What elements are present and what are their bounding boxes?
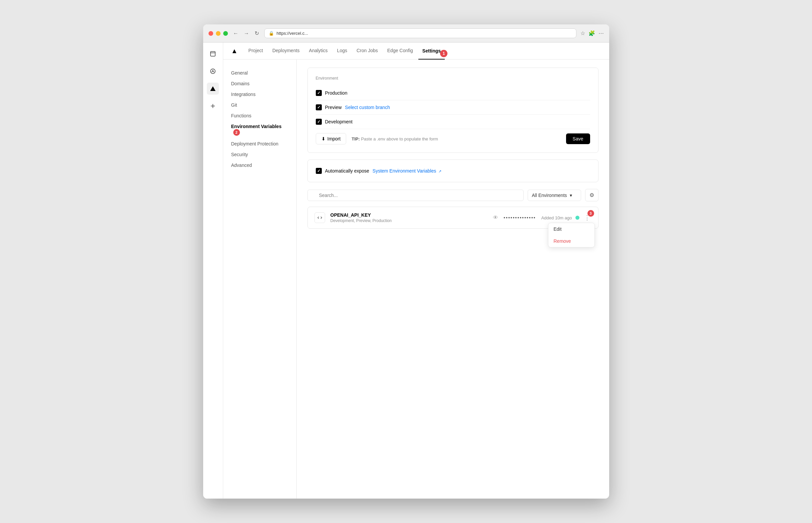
refresh-button[interactable]: ↻ bbox=[253, 29, 260, 38]
added-time: Added 10m ago bbox=[541, 215, 572, 220]
close-button[interactable] bbox=[208, 31, 213, 36]
sidebar-icon-github[interactable] bbox=[207, 65, 219, 77]
three-dots-badge: 3 bbox=[587, 210, 594, 217]
sidebar-icon-vercel[interactable] bbox=[207, 83, 219, 95]
sidenav-deployment-protection[interactable]: Deployment Protection bbox=[223, 139, 296, 149]
sidenav-env-vars[interactable]: Environment Variables 2 bbox=[223, 121, 296, 139]
variable-info: OPENAI_API_KEY Development, Preview, Pro… bbox=[331, 212, 488, 223]
import-bar: ⬇ Import TIP: Paste a .env above to popu… bbox=[316, 129, 590, 144]
svg-rect-0 bbox=[210, 52, 215, 56]
system-env-vars-link[interactable]: System Environment Variables ↗ bbox=[373, 168, 441, 174]
extension-icon[interactable]: 🧩 bbox=[588, 30, 595, 36]
project-logo: ▲ bbox=[231, 47, 238, 55]
tip-text: TIP: Paste a .env above to populate the … bbox=[352, 137, 438, 142]
maximize-button[interactable] bbox=[223, 31, 228, 36]
production-label: Production bbox=[325, 90, 347, 96]
sidenav-domains[interactable]: Domains bbox=[223, 78, 296, 89]
dropdown-remove[interactable]: Remove bbox=[548, 235, 594, 247]
preview-label: Preview bbox=[325, 105, 342, 110]
url-text: https://vercel.c... bbox=[277, 31, 308, 36]
app-body: ▲ Project Deployments Analytics Logs Cro… bbox=[203, 42, 609, 499]
variable-value: •••••••••••••• bbox=[504, 215, 536, 220]
env-option-development: Development bbox=[316, 115, 590, 129]
sidebar-icon-pages[interactable] bbox=[207, 48, 219, 60]
variable-row: OPENAI_API_KEY Development, Preview, Pro… bbox=[307, 207, 599, 229]
sidenav-git[interactable]: Git bbox=[223, 100, 296, 110]
development-checkbox[interactable] bbox=[316, 119, 322, 125]
sidenav-advanced[interactable]: Advanced bbox=[223, 160, 296, 170]
filter-icon-button[interactable]: ⚙ bbox=[585, 189, 599, 201]
tab-analytics[interactable]: Analytics bbox=[305, 42, 332, 59]
browser-toolbar: ☆ 🧩 ⋯ bbox=[581, 30, 604, 36]
search-filter-row: 🔍 All Environments ▾ ⚙ bbox=[307, 189, 599, 201]
tab-deployments[interactable]: Deployments bbox=[268, 42, 304, 59]
page-content: Environment Production Preview Select cu… bbox=[297, 59, 609, 499]
minimize-button[interactable] bbox=[216, 31, 221, 36]
production-checkbox[interactable] bbox=[316, 90, 322, 96]
tab-edgeconfig[interactable]: Edge Config bbox=[383, 42, 417, 59]
tab-settings-wrapper: Settings 1 bbox=[418, 48, 445, 54]
select-custom-branch-link[interactable]: Select custom branch bbox=[345, 105, 390, 110]
environment-card: Environment Production Preview Select cu… bbox=[307, 68, 599, 153]
code-icon bbox=[315, 212, 325, 223]
sidenav-integrations[interactable]: Integrations bbox=[223, 89, 296, 100]
top-nav: ▲ Project Deployments Analytics Logs Cro… bbox=[223, 42, 609, 59]
traffic-lights bbox=[208, 31, 228, 36]
address-bar[interactable]: 🔒 https://vercel.c... bbox=[264, 29, 577, 38]
variable-meta: Added 10m ago ⋮ 3 Edit Remove 4 bbox=[541, 213, 591, 223]
more-icon[interactable]: ⋯ bbox=[599, 30, 604, 36]
content-area: General Domains Integrations Git Functio… bbox=[223, 59, 609, 499]
settings-badge: 1 bbox=[440, 50, 448, 57]
star-icon[interactable]: ☆ bbox=[581, 30, 585, 36]
sliders-icon: ⚙ bbox=[589, 192, 594, 198]
forward-button[interactable]: → bbox=[243, 29, 251, 38]
variable-envs: Development, Preview, Production bbox=[331, 218, 488, 223]
env-filter-select[interactable]: All Environments ▾ bbox=[528, 190, 581, 201]
left-sidebar bbox=[203, 42, 223, 499]
auto-expose-card: Automatically expose System Environment … bbox=[307, 160, 599, 182]
auto-expose-checkbox[interactable] bbox=[316, 168, 322, 174]
search-wrapper: 🔍 bbox=[307, 190, 524, 201]
browser-chrome: ← → ↻ 🔒 https://vercel.c... ☆ 🧩 ⋯ bbox=[203, 24, 609, 42]
three-dots-menu[interactable]: ⋮ 3 Edit Remove 4 bbox=[583, 213, 591, 223]
auto-expose-label: Automatically expose bbox=[325, 168, 369, 174]
sidenav-security[interactable]: Security bbox=[223, 149, 296, 160]
nav-buttons: ← → ↻ bbox=[232, 29, 260, 38]
env-option-preview: Preview Select custom branch bbox=[316, 100, 590, 115]
development-label: Development bbox=[325, 119, 353, 124]
variable-name: OPENAI_API_KEY bbox=[331, 212, 488, 218]
tab-cronjobs[interactable]: Cron Jobs bbox=[353, 42, 382, 59]
browser-window: ← → ↻ 🔒 https://vercel.c... ☆ 🧩 ⋯ bbox=[203, 24, 609, 499]
side-nav: General Domains Integrations Git Functio… bbox=[223, 59, 297, 499]
eye-icon[interactable]: 👁 bbox=[493, 215, 498, 221]
env-vars-badge: 2 bbox=[233, 129, 240, 136]
environment-label: Environment bbox=[316, 76, 590, 80]
sidebar-icon-add[interactable] bbox=[207, 100, 219, 112]
dropdown-edit[interactable]: Edit bbox=[548, 223, 594, 235]
sidenav-general[interactable]: General bbox=[223, 68, 296, 78]
import-button[interactable]: ⬇ Import bbox=[316, 133, 346, 144]
env-option-production: Production bbox=[316, 86, 590, 100]
auto-expose-row: Automatically expose System Environment … bbox=[316, 168, 590, 174]
search-input[interactable] bbox=[307, 190, 524, 201]
preview-checkbox[interactable] bbox=[316, 104, 322, 110]
svg-point-3 bbox=[212, 70, 213, 71]
lock-icon: 🔒 bbox=[269, 31, 274, 36]
tab-logs[interactable]: Logs bbox=[333, 42, 351, 59]
save-button[interactable]: Save bbox=[566, 133, 590, 144]
import-icon: ⬇ bbox=[321, 136, 325, 142]
chevron-down-icon: ▾ bbox=[570, 193, 572, 198]
status-dot bbox=[575, 216, 580, 220]
dropdown-menu: Edit Remove bbox=[548, 223, 595, 248]
svg-marker-4 bbox=[210, 86, 215, 91]
back-button[interactable]: ← bbox=[232, 29, 240, 38]
tab-project[interactable]: Project bbox=[244, 42, 267, 59]
sidenav-functions[interactable]: Functions bbox=[223, 110, 296, 121]
main-content: ▲ Project Deployments Analytics Logs Cro… bbox=[223, 42, 609, 499]
